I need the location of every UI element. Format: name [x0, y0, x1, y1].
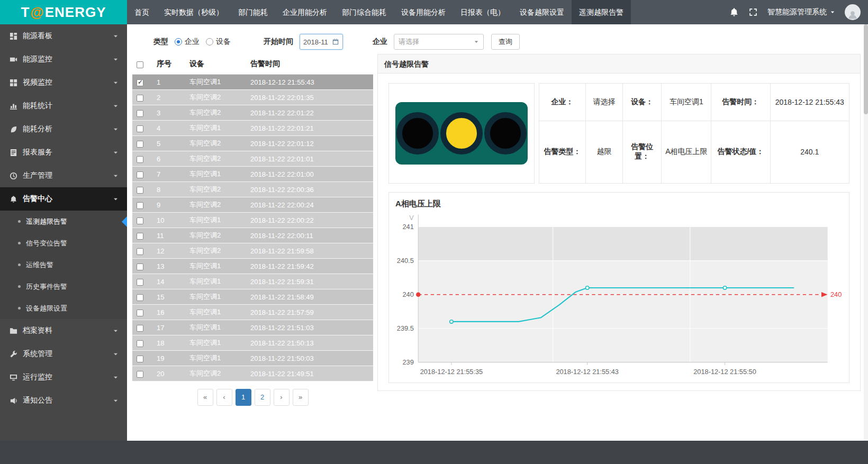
row-checkbox[interactable]: [137, 141, 143, 148]
row-no: 11: [152, 228, 185, 243]
company-select-value: 请选择: [399, 37, 419, 47]
table-row[interactable]: 20车间空调22018-11-22 21:49:51: [132, 366, 373, 381]
scrollbar[interactable]: [864, 24, 868, 441]
nav-item[interactable]: 首页: [127, 0, 157, 24]
table-row[interactable]: 1车间空调12018-12-12 21:55:43: [132, 75, 373, 90]
row-checkbox[interactable]: [137, 125, 143, 132]
company-select[interactable]: 请选择: [394, 34, 484, 50]
sidebar-item[interactable]: 档案资料: [0, 319, 127, 342]
table-row[interactable]: 4车间空调12018-11-22 22:01:21: [132, 121, 373, 136]
nav-item[interactable]: 部门综合能耗: [334, 0, 394, 24]
table-row[interactable]: 18车间空调12018-11-22 21:50:13: [132, 335, 373, 351]
select-all-checkbox[interactable]: [137, 61, 143, 68]
sidebar-item[interactable]: 能耗分析: [0, 117, 127, 141]
row-time: 2018-11-22 22:01:22: [246, 105, 373, 121]
sidebar-item-label: 能源监控: [23, 54, 107, 64]
radio-device-icon[interactable]: [206, 38, 213, 46]
scrollbar-thumb[interactable]: [864, 24, 868, 114]
sidebar-subitem[interactable]: 设备越限设置: [0, 297, 127, 319]
sidebar-item[interactable]: 通知公告: [0, 389, 127, 412]
sidebar-item[interactable]: 报表服务: [0, 141, 127, 164]
row-checkbox[interactable]: [137, 187, 143, 194]
row-checkbox[interactable]: [137, 233, 143, 240]
row-checkbox[interactable]: [137, 356, 143, 362]
row-no: 17: [152, 320, 185, 335]
row-checkbox[interactable]: [137, 263, 143, 270]
sidebar-item[interactable]: 生产管理: [0, 164, 127, 187]
row-checkbox[interactable]: [137, 171, 143, 178]
row-checkbox[interactable]: [137, 79, 143, 86]
table-row[interactable]: 16车间空调12018-11-22 21:57:59: [132, 305, 373, 320]
row-checkbox[interactable]: [137, 217, 143, 224]
row-checkbox[interactable]: [137, 156, 143, 163]
nav-item[interactable]: 设备用能分析: [394, 0, 453, 24]
row-checkbox[interactable]: [137, 202, 143, 209]
row-checkbox[interactable]: [137, 340, 143, 347]
page-button[interactable]: «: [197, 389, 213, 406]
notification-bell-icon[interactable]: [729, 7, 739, 17]
sidebar-subitem[interactable]: 历史事件告警: [0, 276, 127, 297]
table-row[interactable]: 11车间空调22018-11-22 22:00:11: [132, 228, 373, 243]
row-checkbox[interactable]: [137, 325, 143, 332]
table-row[interactable]: 14车间空调12018-11-22 21:59:31: [132, 274, 373, 289]
start-time-input[interactable]: 2018-11: [300, 34, 343, 50]
table-row[interactable]: 13车间空调12018-11-22 21:59:42: [132, 259, 373, 274]
row-checkbox[interactable]: [137, 110, 143, 117]
row-checkbox[interactable]: [137, 248, 143, 255]
table-row[interactable]: 17车间空调12018-11-22 21:51:03: [132, 320, 373, 335]
radio-company[interactable]: 企业: [175, 37, 200, 47]
row-checkbox[interactable]: [137, 95, 143, 102]
sidebar-item[interactable]: 能耗统计: [0, 94, 127, 117]
nav-item[interactable]: 日报表（电）: [453, 0, 512, 24]
nav-item[interactable]: 遥测越限告警: [572, 0, 631, 24]
nav-item[interactable]: 企业用能分析: [275, 0, 334, 24]
sidebar-item[interactable]: 系统管理: [0, 342, 127, 366]
sidebar-item[interactable]: 告警中心: [0, 187, 127, 211]
chart-card: A相电压上限 V239239.5240240.52412018-12-12 21…: [388, 192, 849, 383]
row-checkbox[interactable]: [137, 279, 143, 286]
system-menu[interactable]: 智慧能源管理系统: [767, 7, 835, 17]
sidebar-item[interactable]: 能源看板: [0, 24, 127, 48]
row-checkbox[interactable]: [137, 371, 143, 378]
row-no: 1: [152, 75, 185, 90]
row-checkbox[interactable]: [137, 310, 143, 316]
radio-device[interactable]: 设备: [206, 37, 231, 47]
bell-icon: [10, 195, 17, 203]
nav-item[interactable]: 实时数据（秒级）: [157, 0, 231, 24]
page-button[interactable]: ‹: [216, 389, 232, 406]
page-button[interactable]: »: [293, 389, 309, 406]
radio-company-icon[interactable]: [175, 38, 182, 46]
table-row[interactable]: 19车间空调12018-11-22 21:50:03: [132, 351, 373, 366]
table-row[interactable]: 8车间空调22018-11-22 22:00:36: [132, 182, 373, 197]
sidebar-item[interactable]: 能源监控: [0, 48, 127, 71]
row-no: 9: [152, 197, 185, 213]
page-button[interactable]: 2: [255, 389, 270, 406]
sidebar-item-label: 档案资料: [23, 326, 107, 335]
table-row[interactable]: 10车间空调12018-11-22 22:00:22: [132, 213, 373, 228]
sidebar-item[interactable]: 视频监控: [0, 71, 127, 94]
page-button[interactable]: 1: [236, 389, 251, 406]
nav-item[interactable]: 部门能耗: [231, 0, 275, 24]
table-row[interactable]: 15车间空调12018-11-22 21:58:49: [132, 289, 373, 305]
calendar-icon[interactable]: [332, 38, 339, 46]
table-row[interactable]: 9车间空调22018-11-22 22:00:24: [132, 197, 373, 213]
search-button[interactable]: 查询: [491, 34, 520, 50]
sidebar-submenu: 遥测越限告警信号变位告警运维告警历史事件告警设备越限设置: [0, 211, 127, 319]
logo-text-rest: ENERGY: [45, 4, 106, 21]
sidebar-item-label: 能耗统计: [23, 101, 107, 111]
table-row[interactable]: 2车间空调22018-11-22 22:01:35: [132, 90, 373, 105]
table-row[interactable]: 12车间空调22018-11-22 21:59:58: [132, 243, 373, 259]
sidebar-item[interactable]: 运行监控: [0, 366, 127, 389]
table-row[interactable]: 5车间空调22018-11-22 22:01:12: [132, 136, 373, 151]
table-row[interactable]: 7车间空调12018-11-22 22:01:00: [132, 167, 373, 182]
sidebar-subitem[interactable]: 遥测越限告警: [0, 211, 127, 232]
page-button[interactable]: ›: [274, 389, 290, 406]
nav-item[interactable]: 设备越限设置: [512, 0, 572, 24]
table-row[interactable]: 6车间空调22018-11-22 22:01:01: [132, 151, 373, 167]
sidebar-subitem[interactable]: 信号变位告警: [0, 232, 127, 254]
sidebar-subitem[interactable]: 运维告警: [0, 254, 127, 276]
row-checkbox[interactable]: [137, 294, 143, 301]
table-row[interactable]: 3车间空调22018-11-22 22:01:22: [132, 105, 373, 121]
fullscreen-icon[interactable]: [748, 7, 758, 17]
avatar[interactable]: [845, 4, 861, 20]
